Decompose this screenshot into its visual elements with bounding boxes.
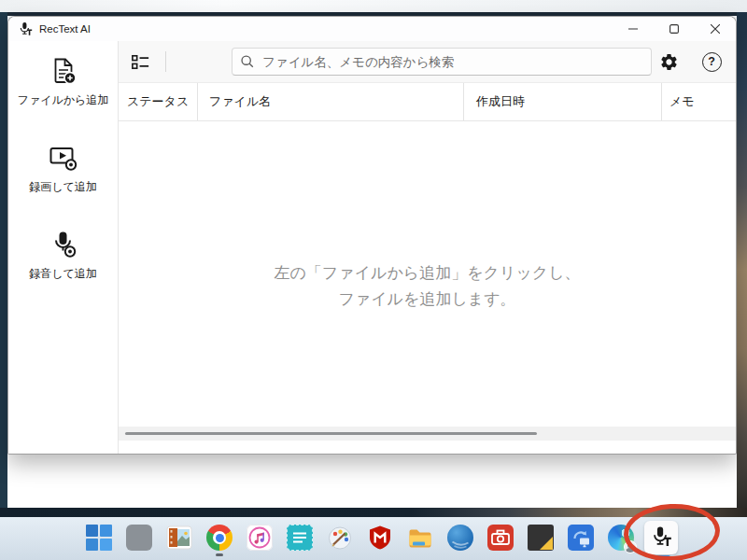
taskbar-item-camera-app[interactable]	[487, 525, 514, 551]
window-title: RecText AI	[39, 23, 91, 35]
main-pane: ? ステータス ファイル名 作成日時 メモ 左の「ファイルから追加」をクリックし…	[118, 41, 736, 454]
sidebar-button-record-audio[interactable]: 録音して追加	[8, 229, 118, 282]
windows-start-icon	[86, 525, 112, 551]
taskbar-item-globe-app[interactable]	[447, 525, 473, 551]
taskbar-item-file-explorer[interactable]	[407, 525, 433, 551]
folder-icon	[407, 525, 433, 551]
settings-button[interactable]	[657, 48, 680, 76]
app-placeholder-icon	[126, 525, 152, 551]
close-icon	[711, 24, 720, 34]
help-button[interactable]: ?	[700, 48, 723, 76]
sticky-notes-lines-icon	[287, 525, 313, 551]
sidebar-button-add-from-file[interactable]: ファイルから追加	[8, 55, 118, 108]
paint-icon	[327, 525, 353, 551]
taskbar-item-photos[interactable]	[166, 525, 192, 551]
taskbar-item-remote-desktop[interactable]	[568, 525, 594, 551]
window-body: ファイルから追加 録画して追加	[8, 41, 736, 454]
taskbar-item-chrome[interactable]	[206, 525, 233, 551]
toolbar: ?	[119, 41, 736, 83]
search-input[interactable]	[232, 48, 652, 76]
app-logo-mic-icon	[18, 21, 33, 36]
horizontal-scrollbar[interactable]	[119, 427, 736, 441]
chrome-icon	[206, 525, 233, 551]
sidebar-button-label: 録画して追加	[29, 179, 97, 195]
record-screen-icon	[48, 142, 79, 174]
taskbar-item-itunes[interactable]	[247, 525, 273, 551]
globe-lines-icon	[447, 525, 473, 551]
desktop: RecText AI	[0, 0, 747, 560]
search-box	[232, 48, 652, 76]
taskbar-item-paint[interactable]	[327, 525, 353, 551]
wallpaper-right-strip	[737, 12, 747, 508]
column-header-status[interactable]: ステータス	[119, 83, 198, 120]
list-view-icon	[130, 51, 151, 73]
minimize-icon	[628, 24, 638, 34]
close-button[interactable]	[695, 17, 736, 41]
taskbar-item-mcafee[interactable]	[367, 525, 393, 551]
taskbar-icons	[86, 525, 674, 551]
sidebar-button-record-screen[interactable]: 録画して追加	[8, 142, 118, 195]
photos-icon	[166, 525, 192, 551]
maximize-button[interactable]	[654, 17, 695, 41]
chrome-running-indicator	[216, 553, 223, 556]
desktop-top-strip	[0, 0, 747, 12]
help-icon: ?	[702, 52, 722, 72]
minimize-button[interactable]	[613, 17, 654, 41]
taskbar-item-windows-start[interactable]	[86, 525, 112, 551]
background-window-strip	[7, 454, 737, 508]
taskbar-item-app-placeholder[interactable]	[126, 525, 152, 551]
sidebar-button-label: ファイルから追加	[18, 92, 109, 108]
column-header-filename[interactable]: ファイル名	[198, 83, 464, 120]
toolbar-divider	[165, 51, 166, 72]
record-audio-icon	[48, 229, 79, 260]
rectext-window: RecText AI	[7, 16, 737, 455]
table-header: ステータス ファイル名 作成日時 メモ	[119, 83, 736, 121]
titlebar-left: RecText AI	[8, 21, 91, 36]
desktop-left-edge	[0, 12, 7, 508]
search-icon	[240, 54, 255, 69]
window-controls	[613, 17, 736, 41]
empty-state-message: 左の「ファイルから追加」をクリックし、 ファイルを追加します。	[119, 260, 736, 313]
mcafee-shield-icon	[367, 525, 393, 551]
sidebar: ファイルから追加 録画して追加	[8, 41, 118, 454]
sidebar-button-label: 録音して追加	[29, 266, 97, 282]
file-list-area: 左の「ファイルから追加」をクリックし、 ファイルを追加します。	[119, 121, 736, 427]
itunes-note-icon	[247, 525, 273, 551]
add-file-icon	[48, 55, 79, 87]
maximize-icon	[669, 24, 679, 34]
taskbar-item-dark-notes-app[interactable]	[528, 525, 554, 551]
taskbar-item-sticky-notes[interactable]	[287, 525, 313, 551]
camera-icon	[487, 525, 514, 551]
remote-desktop-icon	[568, 525, 594, 551]
scrollbar-thumb[interactable]	[125, 432, 537, 435]
column-header-created[interactable]: 作成日時	[464, 83, 662, 120]
gear-icon	[659, 52, 679, 72]
column-header-memo[interactable]: メモ	[662, 83, 736, 120]
titlebar[interactable]: RecText AI	[8, 17, 736, 41]
dark-notes-corner-icon	[528, 525, 554, 551]
view-toggle-button[interactable]	[126, 48, 154, 76]
empty-state-line2: ファイルを追加します。	[119, 287, 736, 313]
empty-state-line1: 左の「ファイルから追加」をクリックし、	[119, 260, 736, 287]
